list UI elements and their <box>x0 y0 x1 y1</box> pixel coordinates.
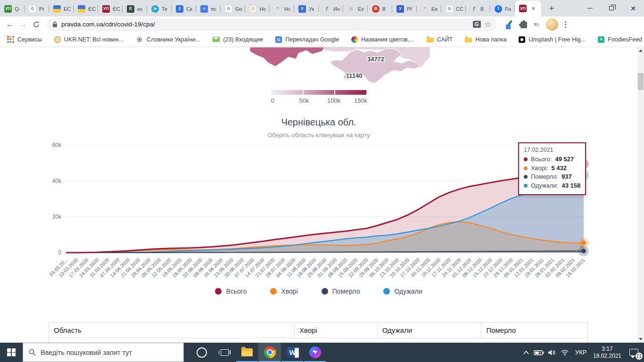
bookmark-item[interactable]: Сервисы <box>7 36 42 43</box>
table-header-died: Померло <box>481 323 587 337</box>
translate-icon: G <box>275 36 282 43</box>
tab-favicon-icon: f <box>323 5 330 13</box>
table-row <box>49 338 587 343</box>
scrollbar[interactable] <box>637 47 644 343</box>
tooltip-value: 49 527 <box>555 155 574 164</box>
browser-tab[interactable]: УПQ- <box>0 1 25 16</box>
legend-item[interactable]: Померло <box>322 288 360 295</box>
legend-item[interactable]: Всього <box>215 288 247 295</box>
bookmark-item[interactable]: Названия цветов,... <box>351 36 414 43</box>
windows-taskbar: Введіть пошуковий запит тут W УКР 3:17 1… <box>0 343 644 362</box>
back-button[interactable]: ← <box>3 20 17 29</box>
browser-tab[interactable]: *Нс <box>270 1 294 16</box>
forward-button[interactable]: → <box>17 20 30 29</box>
bookmark-item[interactable]: Unsplash | Free Hig... <box>519 36 586 43</box>
taskbar-search-input[interactable]: Введіть пошуковий запит тут <box>23 343 184 362</box>
tab-title: Ук <box>309 6 314 12</box>
legend-item[interactable]: Одужали <box>383 288 422 295</box>
notification-center-button[interactable]: 21 <box>624 343 644 362</box>
browser-tab[interactable]: GPr <box>25 1 49 16</box>
clock-time: 3:17 <box>602 346 612 353</box>
marker-dot <box>581 248 586 253</box>
window-close-button[interactable]: × <box>622 0 644 16</box>
browser-tab[interactable]: ➤Те <box>147 1 172 16</box>
address-bar[interactable]: pravda.com.ua/cdn/covid-19/cpa/ G ☆ <box>47 18 497 31</box>
browser-tab[interactable]: BВ <box>368 1 392 16</box>
battery-button[interactable] <box>532 343 545 362</box>
browser-tab[interactable]: fИн <box>319 1 343 16</box>
network-button[interactable] <box>559 343 571 362</box>
reload-button[interactable] <box>30 21 43 28</box>
tab-title: Q- <box>15 6 20 12</box>
bookmark-item[interactable]: ▼FoodiesFeed - Free... <box>598 36 644 43</box>
bookmark-item[interactable]: @UKR.NET: Всі новин... <box>54 36 124 43</box>
speaker-icon <box>548 349 556 356</box>
browser-tab[interactable]: *Ее <box>417 1 441 16</box>
tray-expand-button[interactable] <box>520 343 532 362</box>
tab-favicon-icon: У <box>396 5 404 13</box>
browser-tab[interactable]: fFa <box>490 1 515 16</box>
tab-favicon-icon: * <box>421 5 429 13</box>
start-button[interactable] <box>0 343 23 362</box>
tab-favicon-icon: ≡ <box>200 5 208 13</box>
map-region[interactable] <box>250 47 324 66</box>
foodies-icon: ▼ <box>598 36 604 43</box>
tab-favicon-icon: f <box>495 5 502 13</box>
profile-avatar[interactable] <box>546 18 558 31</box>
legend-label: Всього <box>226 288 247 295</box>
wifi-icon <box>561 349 569 355</box>
browser-menu-icon[interactable] <box>565 21 566 28</box>
media-queue-icon[interactable]: ≡♪ <box>534 21 539 28</box>
word-button[interactable]: W <box>281 343 304 362</box>
scrollbar-thumb[interactable] <box>638 73 644 90</box>
browser-tab[interactable]: GСС <box>441 1 466 16</box>
window-minimize-button[interactable] <box>579 0 601 16</box>
tab-favicon-icon: ➤ <box>151 5 159 13</box>
browser-tab[interactable]: УПЄС <box>98 1 123 16</box>
file-explorer-button[interactable] <box>236 343 258 362</box>
tooltip-row: Одужали: 43 158 <box>524 181 580 190</box>
browser-tab[interactable]: УPf <box>392 1 417 16</box>
bookmark-star-icon[interactable]: ☆ <box>485 20 491 29</box>
messenger-button[interactable] <box>304 343 326 362</box>
extensions-puzzle-icon[interactable] <box>520 22 527 28</box>
bookmark-item[interactable]: ⊕Словники України... <box>136 36 200 43</box>
ukraine-map[interactable]: 34772 11140 <box>236 47 430 87</box>
legend-item[interactable]: Хворі <box>270 288 297 295</box>
browser-tab[interactable]: ЕС <box>49 1 74 16</box>
browser-tab[interactable]: УУк <box>294 1 319 16</box>
browser-tab-active[interactable]: УП × <box>515 0 541 16</box>
ukrnet-icon: @ <box>54 36 61 43</box>
scroll-up-icon[interactable] <box>639 49 643 52</box>
browser-tab[interactable]: ЄС <box>74 1 98 16</box>
tab-close-icon[interactable]: × <box>531 5 535 12</box>
translate-icon[interactable]: G <box>473 21 481 28</box>
bookmark-item[interactable]: GПерекладач Google <box>275 36 339 43</box>
browser-tab[interactable]: ◎Ex <box>343 1 368 16</box>
tooltip-label: Хворі: <box>531 164 548 173</box>
browser-tab[interactable]: ≡пс <box>196 1 221 16</box>
bookmark-label: Unsplash | Free Hig... <box>528 36 586 43</box>
language-indicator[interactable]: УКР <box>571 343 591 362</box>
task-view-button[interactable] <box>213 343 236 362</box>
new-tab-button[interactable]: + <box>545 2 558 15</box>
bookmark-label: FoodiesFeed - Free... <box>608 36 644 43</box>
tooltip-date: 17.02.2021 <box>524 147 580 153</box>
browser-tab[interactable]: @Нс <box>245 1 270 16</box>
scroll-down-icon[interactable] <box>639 338 643 340</box>
bookmark-item[interactable]: (23) Входящие <box>213 36 263 43</box>
map-region[interactable] <box>322 47 357 51</box>
browser-tab[interactable]: Eко <box>123 1 147 16</box>
window-restore-button[interactable] <box>601 0 622 16</box>
bookmark-item[interactable]: Нова папка <box>465 36 506 43</box>
browser-tab[interactable]: GGо <box>221 1 245 16</box>
browser-tab[interactable]: 2Ск <box>172 1 196 16</box>
browser-tab[interactable]: fВ <box>466 1 490 16</box>
cortana-button[interactable] <box>190 343 213 362</box>
taskbar-clock[interactable]: 3:17 18.02.2021 <box>591 343 624 362</box>
bookmark-item[interactable]: САЙТ <box>427 36 453 43</box>
colorpicker-extension-icon[interactable] <box>505 20 514 29</box>
tab-title: ЄС <box>88 6 96 12</box>
volume-button[interactable] <box>545 343 559 362</box>
chrome-button[interactable] <box>258 343 281 362</box>
